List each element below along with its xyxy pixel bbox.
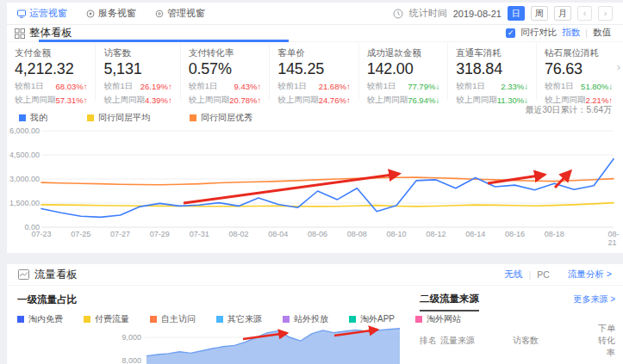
up-arrow-icon: ↑ [257,96,261,105]
metric-value: 4,212.32 [15,60,87,78]
legend-swatch-icon [190,114,196,121]
legend-item-3[interactable]: 同行同层优秀 [190,112,252,124]
range-week-button[interactable]: 周 [531,6,548,21]
active-tab-underline [39,40,289,42]
traffic-board-title: 流量看板 [34,268,78,282]
monitor-icon [17,9,26,18]
x-tick-label: 07-29 [150,230,170,238]
peer-compare-checkbox[interactable]: ✓ [506,28,515,38]
traffic-legend: 淘内免费付费流量自主访问其它来源站外投放淘外APP淘外网站 [17,313,461,325]
up-arrow-icon: ↑ [168,96,172,105]
more-sources-link[interactable]: 更多来源 > [573,293,615,305]
legend-item-2[interactable]: 同行同层平均 [87,112,150,124]
traffic-legend-item-4[interactable]: 其它来源 [216,313,262,325]
compare-label: 较前1日 [367,81,396,92]
traffic-legend-item-3[interactable]: 自主访问 [150,313,196,325]
traffic-legend-item-2[interactable]: 付费流量 [84,313,129,325]
traffic-legend-item-1[interactable]: 淘内免费 [17,313,63,325]
metric-card-7[interactable]: 钻石展位消耗76.63较前1日51.80% ↓较上周同期2.21% ↑ [537,43,620,100]
compare-value: 24.76% [319,96,346,105]
range-month-button[interactable]: 月 [554,6,571,21]
col-source: 流量来源 [440,335,494,347]
metric-compare-row: 较前1日2.33% ↓ [456,81,528,92]
metric-title: 访客数 [103,47,171,59]
metrics-row: 支付金额4,212.32较前1日68.03% ↑较上周同期57.31% ↑访客数… [7,43,605,100]
legend-label: 自主访问 [161,313,196,325]
metric-card-4[interactable]: 客单价145.25较前1日21.68% ↑较上周同期24.76% ↑ [270,43,358,100]
metric-compare-row: 较前1日9.43% ↑ [189,81,261,92]
traffic-legend-item-6[interactable]: 淘外APP [349,313,395,325]
up-arrow-icon: ↑ [84,82,88,91]
metric-title: 支付金额 [15,47,87,59]
legend-item-1[interactable]: 我的 [19,112,47,124]
compare-value: 57.31% [56,96,84,105]
secondary-head: 二级流量来源 更多来源 > [420,293,615,312]
metric-card-6[interactable]: 直通车消耗318.84较前1日2.33% ↓较上周同期11.30% ↓ [448,43,537,100]
metric-compare-row: 较上周同期4.39% ↑ [103,95,171,106]
legend-label: 站外投放 [294,313,328,325]
compare-label: 较前1日 [456,81,485,92]
x-tick-label: 08-02 [228,230,248,238]
compare-value: 77.79% [408,82,435,91]
overall-title-wrap: 整体看板 [15,26,72,40]
legend-label: 付费流量 [95,313,129,325]
mode-index-option[interactable]: 指数 [562,27,580,39]
sycm-dashboard: 运营视窗 服务视窗 管理视窗 统计时间 2019-08-21 日 周 月 ‹ › [0,0,623,364]
x-tick-label: 08-21 [607,230,619,247]
metric-card-5[interactable]: 成功退款金额142.00较前1日77.79% ↓较上周同期76.94% ↓ [359,43,448,100]
traffic-header: 流量看板 无线 | PC 流量分析 > [7,264,623,286]
metric-compare-row: 较前1日77.79% ↓ [367,81,439,92]
primary-traffic-title: 一级流量占比 [17,293,77,306]
x-tick-label: 08-10 [387,230,407,238]
legend-label: 同行同层平均 [98,112,150,124]
metric-compare-row: 较上周同期76.94% ↓ [367,95,439,106]
down-arrow-icon: ↓ [524,82,528,91]
traffic-analysis-link[interactable]: 流量分析 > [568,268,612,281]
time-controls: 统计时间 2019-08-21 日 周 月 ‹ › [393,6,613,21]
tab-label: 管理视窗 [167,7,205,20]
next-date-button[interactable]: › [598,6,613,21]
legend-swatch-icon [19,114,26,121]
col-visitors: 访客数 [494,335,539,347]
x-tick-label: 07-31 [190,230,209,238]
metric-title: 钻石展位消耗 [545,47,613,59]
traffic-legend-item-5[interactable]: 站外投放 [283,313,328,325]
table-header-row: 排名 流量来源 访客数 下单转化率 [420,323,615,359]
mode-value-option[interactable]: 数值 [593,27,611,39]
metric-card-2[interactable]: 访客数5,131较前1日26.19% ↑较上周同期4.39% ↑ [96,43,180,100]
metric-compare-row: 较上周同期57.31% ↑ [15,95,87,106]
device-tab-wireless[interactable]: 无线 [505,268,523,281]
stat-date[interactable]: 2019-08-21 [453,9,502,19]
legend-swatch-icon [84,316,90,323]
metric-title: 客单价 [277,47,350,59]
device-tab-pc[interactable]: PC [537,269,550,280]
metric-compare-row: 较上周同期24.76% ↑ [277,95,350,106]
tab-label: 运营视窗 [29,7,67,20]
compare-value: 68.03% [56,82,84,91]
range-day-button[interactable]: 日 [508,6,525,21]
metric-compare-row: 较前1日51.80% ↓ [545,81,613,92]
legend-label: 淘外APP [360,313,395,325]
metric-compare-row: 较前1日26.19% ↑ [103,81,171,92]
tab-management[interactable]: 管理视窗 [155,7,205,20]
col-rank: 排名 [420,335,440,347]
mode-separator: | [585,28,588,38]
x-tick-label: 08-04 [268,230,288,238]
metric-value: 0.57% [189,60,261,78]
tab-service[interactable]: 服务视窗 [86,7,136,20]
metric-card-3[interactable]: 支付转化率0.57%较前1日9.43% ↑较上周同期20.78% ↑ [181,43,270,100]
metric-card-1[interactable]: 支付金额4,212.32较前1日68.03% ↑较上周同期57.31% ↑ [7,43,96,100]
tab-operations[interactable]: 运营视窗 [17,7,67,20]
metric-compare-row: 较上周同期20.78% ↑ [189,95,261,106]
metric-compare-row: 较上周同期11.30% ↓ [456,95,528,106]
compare-controls: ✓ 同行对比 指数 | 数值 [506,27,611,39]
y-tick-label: 1,500.00 [3,199,40,207]
topbar: 运营视窗 服务视窗 管理视窗 统计时间 2019-08-21 日 周 月 ‹ › [7,3,623,25]
secondary-sources-tab[interactable]: 二级流量来源 [420,293,479,312]
metrics-scroll-right-icon[interactable]: › [617,60,620,73]
down-arrow-icon: ↓ [435,96,439,105]
peer-compare-label: 同行对比 [520,27,557,39]
up-arrow-icon: ↑ [257,82,261,91]
down-arrow-icon: ↓ [435,82,439,91]
prev-date-button[interactable]: ‹ [577,6,592,21]
